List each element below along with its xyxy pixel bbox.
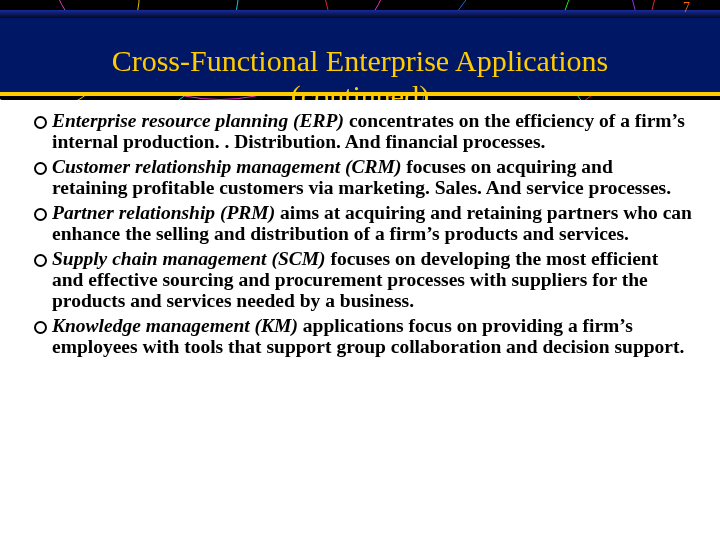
list-item: Supply chain management (SCM) focuses on… [34,248,692,311]
bullet-lead: Customer relationship management (CRM) [52,156,401,177]
bullet-lead: Partner relationship (PRM) [52,202,275,223]
body-area: Enterprise resource planning (ERP) conce… [0,100,720,540]
bullet-lead: Enterprise resource planning (ERP) [52,110,344,131]
bullet-list: Enterprise resource planning (ERP) conce… [34,110,692,358]
list-item: Customer relationship management (CRM) f… [34,156,692,198]
slide: 7 Cross-Functional Enterprise Applicatio… [0,0,720,540]
list-item: Enterprise resource planning (ERP) conce… [34,110,692,152]
page-number: 7 [683,0,690,16]
bullet-lead: Knowledge management (KM) [52,315,298,336]
bullet-lead: Supply chain management (SCM) [52,248,326,269]
list-item: Partner relationship (PRM) aims at acqui… [34,202,692,244]
title-bar: Cross-Functional Enterprise Applications… [0,18,720,96]
title-line-1: Cross-Functional Enterprise Applications [0,44,720,79]
list-item: Knowledge management (KM) applications f… [34,315,692,357]
